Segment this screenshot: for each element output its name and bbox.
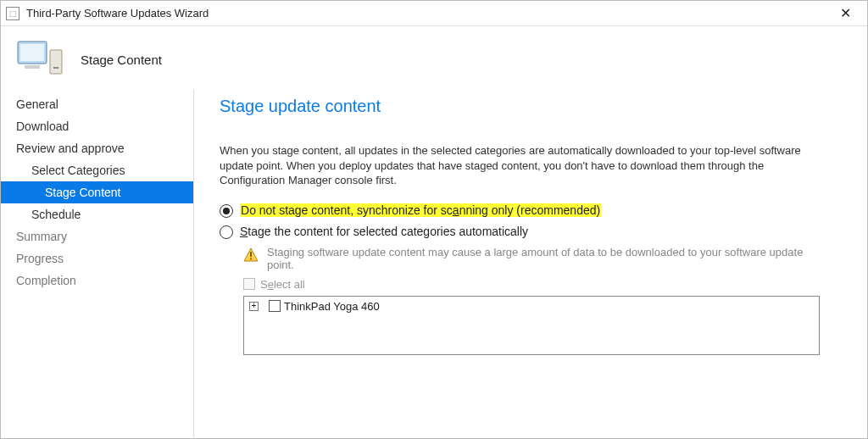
svg-rect-4 bbox=[53, 67, 58, 69]
warning-icon bbox=[243, 247, 259, 271]
header-title: Stage Content bbox=[81, 53, 162, 67]
svg-rect-2 bbox=[25, 65, 40, 69]
sidebar-item-stage-content[interactable]: Stage Content bbox=[1, 181, 193, 203]
page-heading: Stage update content bbox=[220, 97, 842, 116]
close-button[interactable]: ✕ bbox=[828, 5, 862, 21]
window-title: Third-Party Software Updates Wizard bbox=[26, 7, 828, 19]
tree-item-checkbox[interactable] bbox=[269, 300, 281, 312]
sidebar-item-select-categories[interactable]: Select Categories bbox=[1, 159, 193, 181]
option-stage-automatically[interactable]: Stage the content for selected categorie… bbox=[220, 225, 842, 239]
page-description: When you stage content, all updates in t… bbox=[220, 143, 830, 188]
svg-rect-3 bbox=[50, 50, 62, 74]
expand-icon[interactable]: + bbox=[249, 302, 259, 311]
sidebar-item-completion: Completion bbox=[1, 270, 193, 292]
window-icon: ⬚ bbox=[6, 7, 19, 20]
svg-rect-7 bbox=[250, 258, 252, 259]
svg-rect-1 bbox=[20, 44, 44, 61]
select-all-checkbox bbox=[243, 278, 255, 290]
radio-icon bbox=[220, 204, 233, 218]
select-all-row: Select all bbox=[243, 278, 842, 291]
option-stage-automatically-label: Stage the content for selected categorie… bbox=[240, 225, 528, 238]
computer-icon bbox=[16, 38, 65, 81]
staging-warning-text: Staging software update content may caus… bbox=[267, 246, 820, 271]
sidebar-item-schedule[interactable]: Schedule bbox=[1, 203, 193, 225]
tree-item-label: ThinkPad Yoga 460 bbox=[284, 300, 380, 313]
option-do-not-stage-label: Do not stage content, synchronize for sc… bbox=[240, 203, 601, 217]
sidebar-item-summary: Summary bbox=[1, 225, 193, 247]
sidebar-item-general[interactable]: General bbox=[1, 93, 193, 115]
sidebar-item-review-approve[interactable]: Review and approve bbox=[1, 137, 193, 159]
sidebar-item-progress: Progress bbox=[1, 247, 193, 270]
categories-tree[interactable]: + ThinkPad Yoga 460 bbox=[243, 296, 820, 355]
radio-icon bbox=[220, 225, 233, 239]
option-do-not-stage[interactable]: Do not stage content, synchronize for sc… bbox=[220, 203, 842, 218]
select-all-label: Select all bbox=[260, 278, 305, 291]
wizard-steps-sidebar: General Download Review and approve Sele… bbox=[1, 90, 194, 437]
svg-rect-6 bbox=[250, 252, 252, 257]
sidebar-item-download[interactable]: Download bbox=[1, 115, 193, 137]
tree-item[interactable]: + ThinkPad Yoga 460 bbox=[249, 300, 814, 313]
